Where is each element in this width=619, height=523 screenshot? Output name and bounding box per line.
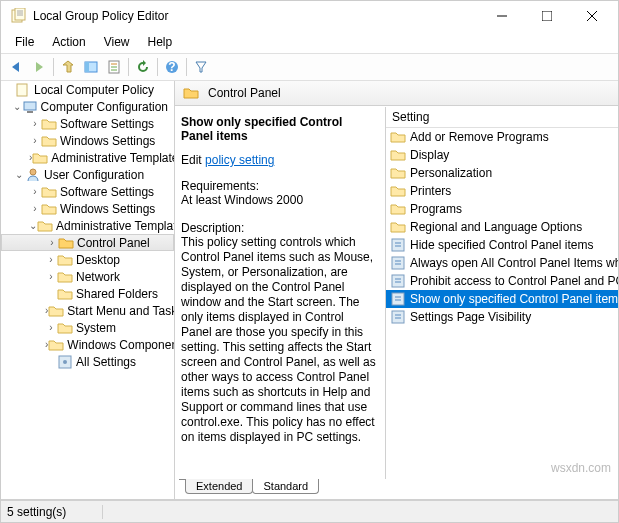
description-pane: Show only specified Control Panel items …	[175, 107, 385, 479]
list-item[interactable]: Hide specified Control Panel items	[386, 236, 618, 254]
tree-control-panel[interactable]: › Control Panel	[1, 234, 174, 251]
settings-list[interactable]: Add or Remove Programs Display Personali…	[386, 128, 618, 479]
list-item[interactable]: Programs	[386, 200, 618, 218]
folder-icon	[41, 116, 57, 132]
tree-shared-folders[interactable]: Shared Folders	[1, 285, 174, 302]
tree-label: Administrative Templates	[51, 151, 175, 165]
menu-view[interactable]: View	[96, 33, 138, 51]
tree-all-settings[interactable]: All Settings	[1, 353, 174, 370]
tree-pane[interactable]: Local Computer Policy ⌄ Computer Configu…	[1, 81, 175, 499]
filter-button[interactable]	[190, 56, 212, 78]
chevron-right-icon[interactable]: ›	[45, 254, 57, 265]
tree-label: Windows Settings	[60, 202, 155, 216]
folder-open-icon	[183, 85, 199, 101]
list-item-label: Show only specified Control Panel items	[410, 292, 618, 306]
help-button[interactable]: ?	[161, 56, 183, 78]
list-item-label: Add or Remove Programs	[410, 130, 549, 144]
properties-button[interactable]	[103, 56, 125, 78]
policy-setting-link[interactable]: policy setting	[205, 153, 274, 167]
chevron-right-icon[interactable]: ›	[45, 271, 57, 282]
folder-icon	[48, 303, 64, 319]
maximize-button[interactable]	[524, 1, 569, 31]
menu-help[interactable]: Help	[140, 33, 181, 51]
svg-rect-29	[392, 257, 404, 269]
computer-icon	[22, 99, 38, 115]
tree-uc-admin[interactable]: ⌄ Administrative Templates	[1, 217, 174, 234]
settings-icon	[57, 354, 73, 370]
tree-label: Control Panel	[77, 236, 150, 250]
list-item-label: Prohibit access to Control Panel and PC …	[410, 274, 618, 288]
menu-file[interactable]: File	[7, 33, 42, 51]
refresh-button[interactable]	[132, 56, 154, 78]
svg-rect-32	[392, 275, 404, 287]
chevron-right-icon[interactable]: ›	[29, 135, 41, 146]
list-item[interactable]: Regional and Language Options	[386, 218, 618, 236]
tab-standard[interactable]: Standard	[252, 479, 319, 494]
svg-rect-1	[15, 8, 25, 20]
tree-windows-comp[interactable]: › Windows Components	[1, 336, 174, 353]
setting-icon	[390, 309, 406, 325]
tree-network[interactable]: › Network	[1, 268, 174, 285]
chevron-right-icon[interactable]: ›	[29, 186, 41, 197]
svg-point-25	[63, 360, 67, 364]
chevron-down-icon[interactable]: ⌄	[13, 101, 22, 112]
svg-marker-19	[196, 62, 206, 72]
column-header-setting[interactable]: Setting	[386, 107, 618, 128]
separator	[157, 58, 158, 76]
tree-root[interactable]: Local Computer Policy	[1, 81, 174, 98]
tree-cc-admin[interactable]: › Administrative Templates	[1, 149, 174, 166]
minimize-button[interactable]	[479, 1, 524, 31]
tree-system[interactable]: › System	[1, 319, 174, 336]
chevron-right-icon[interactable]: ›	[29, 203, 41, 214]
setting-icon	[390, 273, 406, 289]
separator	[128, 58, 129, 76]
list-item-label: Display	[410, 148, 449, 162]
list-item[interactable]: Personalization	[386, 164, 618, 182]
close-button[interactable]	[569, 1, 614, 31]
statusbar: 5 setting(s)	[1, 500, 618, 522]
folder-open-icon	[58, 235, 74, 251]
folder-icon	[57, 320, 73, 336]
list-item[interactable]: Display	[386, 146, 618, 164]
chevron-right-icon[interactable]: ›	[46, 237, 58, 248]
folder-icon	[37, 218, 53, 234]
tree-cc-windows[interactable]: › Windows Settings	[1, 132, 174, 149]
list-item[interactable]: Add or Remove Programs	[386, 128, 618, 146]
tree-label: Windows Components	[67, 338, 175, 352]
app-icon	[11, 8, 27, 24]
tree-computer-config[interactable]: ⌄ Computer Configuration	[1, 98, 174, 115]
list-item[interactable]: Prohibit access to Control Panel and PC …	[386, 272, 618, 290]
list-item[interactable]: Settings Page Visibility	[386, 308, 618, 326]
show-hide-tree-button[interactable]	[80, 56, 102, 78]
tree-label: Windows Settings	[60, 134, 155, 148]
chevron-down-icon[interactable]: ⌄	[13, 169, 25, 180]
list-item[interactable]: Show only specified Control Panel items	[386, 290, 618, 308]
list-item-label: Hide specified Control Panel items	[410, 238, 593, 252]
menu-action[interactable]: Action	[44, 33, 93, 51]
tree-uc-windows[interactable]: › Windows Settings	[1, 200, 174, 217]
chevron-down-icon[interactable]: ⌄	[29, 220, 37, 231]
tree-uc-software[interactable]: › Software Settings	[1, 183, 174, 200]
list-item[interactable]: Always open All Control Panel Items when…	[386, 254, 618, 272]
list-item[interactable]: Printers	[386, 182, 618, 200]
svg-rect-6	[542, 11, 552, 21]
folder-icon	[390, 147, 406, 163]
separator	[53, 58, 54, 76]
main-content: Local Computer Policy ⌄ Computer Configu…	[1, 81, 618, 500]
folder-icon	[390, 165, 406, 181]
forward-button[interactable]	[28, 56, 50, 78]
tree-desktop[interactable]: › Desktop	[1, 251, 174, 268]
svg-text:?: ?	[168, 60, 175, 74]
chevron-right-icon[interactable]: ›	[45, 322, 57, 333]
tree-cc-software[interactable]: › Software Settings	[1, 115, 174, 132]
chevron-right-icon[interactable]: ›	[29, 118, 41, 129]
tab-extended[interactable]: Extended	[185, 479, 253, 494]
tree-user-config[interactable]: ⌄ User Configuration	[1, 166, 174, 183]
up-level-button[interactable]	[57, 56, 79, 78]
back-button[interactable]	[5, 56, 27, 78]
list-item-label: Always open All Control Panel Items when…	[410, 256, 618, 270]
folder-icon	[48, 337, 64, 353]
tree-label: Start Menu and Taskbar	[67, 304, 175, 318]
tree-start-menu[interactable]: › Start Menu and Taskbar	[1, 302, 174, 319]
folder-icon	[390, 219, 406, 235]
